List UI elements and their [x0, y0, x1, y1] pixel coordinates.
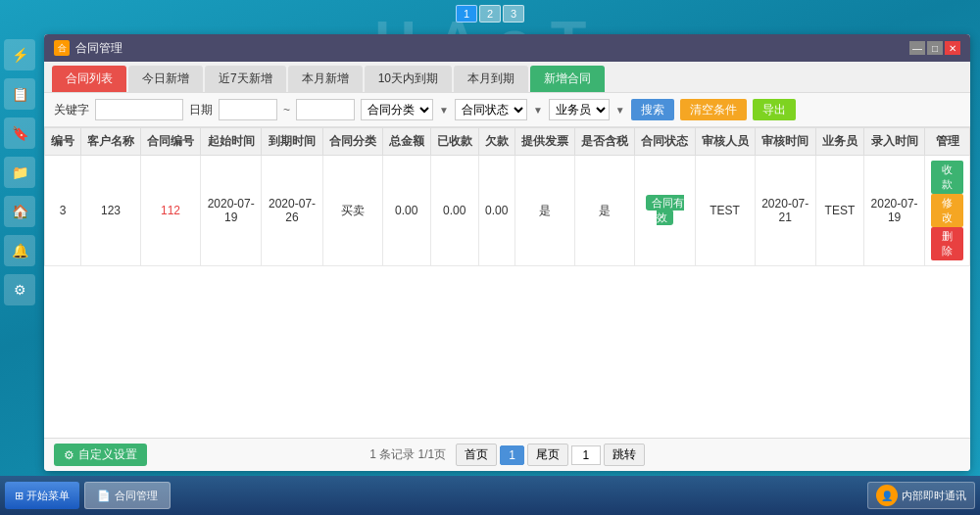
col-header-category: 合同分类 [322, 128, 382, 156]
start-menu-button[interactable]: ⊞ 开始菜单 [5, 482, 79, 509]
col-header-received: 已收款 [430, 128, 478, 156]
cell-reviewer: TEST [695, 156, 755, 266]
close-button[interactable]: ✕ [945, 41, 960, 55]
keyword-input[interactable] [95, 99, 183, 120]
top-page-2[interactable]: 2 [479, 5, 501, 23]
taskbar-right: 👤 内部即时通讯 [867, 482, 975, 509]
avatar: 👤 [876, 485, 898, 506]
col-header-reviewer: 审核人员 [695, 128, 755, 156]
window-app-icon: 合 [54, 40, 70, 56]
sidebar-icon-2[interactable]: 📋 [4, 78, 35, 110]
pagination-controls: 首页 1 尾页 跳转 [456, 444, 645, 466]
app-label: 合同管理 [115, 489, 158, 503]
date-separator: ~ [283, 103, 290, 117]
table-row: 3 123 112 2020-07-19 2020-07-26 买卖 0.00 … [45, 156, 970, 266]
sidebar-icon-5[interactable]: 🏠 [4, 196, 35, 227]
tabs-row: 合同列表 今日新增 近7天新增 本月新增 10天内到期 本月到期 新增合同 [44, 62, 970, 93]
sidebar-icon-4[interactable]: 📁 [4, 157, 35, 188]
contract-link[interactable]: 112 [161, 204, 180, 217]
edit-button[interactable]: 修改 [931, 194, 963, 227]
cell-actions: 收款 修改 删除 [925, 156, 970, 266]
window-controls: — □ ✕ [909, 41, 960, 55]
main-window: 合 合同管理 — □ ✕ 合同列表 今日新增 近7天新增 本月新增 10天内到期… [44, 34, 970, 471]
sidebar-icon-1[interactable]: ⚡ [4, 39, 35, 70]
search-button[interactable]: 搜索 [631, 99, 674, 120]
col-header-contract-no: 合同编号 [141, 128, 201, 156]
taskbar-app-contract[interactable]: 📄 合同管理 [84, 482, 171, 509]
top-page-1[interactable]: 1 [456, 5, 477, 23]
cell-entry-date: 2020-07-19 [863, 156, 924, 266]
cell-status: 合同有效 [634, 156, 695, 266]
tab-today-new[interactable]: 今日新增 [128, 66, 203, 92]
col-header-customer: 客户名称 [81, 128, 141, 156]
top-page-3[interactable]: 3 [503, 5, 524, 23]
status-badge: 合同有效 [646, 195, 684, 225]
cell-contract-no[interactable]: 112 [141, 156, 201, 266]
tab-10day-expire[interactable]: 10天内到期 [365, 66, 452, 92]
collect-button[interactable]: 收款 [931, 161, 963, 194]
page-jump-input[interactable] [571, 445, 601, 465]
table-container: 编号 客户名称 合同编号 起始时间 到期时间 合同分类 总金额 已收款 欠款 提… [44, 127, 970, 438]
cell-staff: TEST [815, 156, 863, 266]
cell-total: 0.00 [382, 156, 430, 266]
keyword-label: 关键字 [54, 102, 89, 118]
col-header-owed: 欠款 [478, 128, 514, 156]
app-icon: 📄 [97, 490, 111, 502]
tab-contract-list[interactable]: 合同列表 [52, 66, 126, 92]
custom-settings-label: 自定义设置 [78, 446, 137, 463]
cell-review-date: 2020-07-21 [755, 156, 815, 266]
first-page-button[interactable]: 首页 [456, 444, 497, 466]
im-label: 内部即时通讯 [902, 489, 966, 503]
maximize-button[interactable]: □ [927, 41, 943, 55]
tab-7day-new[interactable]: 近7天新增 [205, 66, 286, 92]
staff-select[interactable]: 业务员 TEST [549, 99, 610, 120]
col-header-end-date: 到期时间 [262, 128, 322, 156]
start-icon: ⊞ [15, 490, 24, 501]
contract-table: 编号 客户名称 合同编号 起始时间 到期时间 合同分类 总金额 已收款 欠款 提… [44, 127, 970, 266]
col-header-staff: 业务员 [815, 128, 863, 156]
window-titlebar: 合 合同管理 — □ ✕ [44, 34, 970, 62]
delete-button[interactable]: 删除 [931, 227, 963, 260]
cell-id: 3 [45, 156, 81, 266]
clear-button[interactable]: 清空条件 [680, 99, 747, 120]
cell-end-date: 2020-07-26 [262, 156, 322, 266]
col-header-id: 编号 [45, 128, 81, 156]
last-page-button[interactable]: 尾页 [527, 444, 568, 466]
current-page-button[interactable]: 1 [500, 445, 524, 465]
col-header-review-date: 审核时间 [755, 128, 815, 156]
cell-owed: 0.00 [478, 156, 514, 266]
col-header-entry-date: 录入时间 [863, 128, 924, 156]
minimize-button[interactable]: — [909, 41, 925, 55]
tab-month-new[interactable]: 本月新增 [288, 66, 363, 92]
cell-category: 买卖 [322, 156, 382, 266]
col-header-status: 合同状态 [634, 128, 695, 156]
contract-status-select[interactable]: 合同状态 合同有效 已终止 [455, 99, 527, 120]
window-title: 合同管理 [75, 40, 909, 57]
settings-icon: ⚙ [64, 448, 74, 462]
im-button[interactable]: 👤 内部即时通讯 [867, 482, 975, 509]
pagination-info: 1 条记录 1/1页 [369, 446, 446, 463]
cell-tax: 是 [574, 156, 634, 266]
date-start-input[interactable] [219, 99, 277, 120]
taskbar: ⊞ 开始菜单 📄 合同管理 👤 内部即时通讯 [0, 476, 980, 515]
filter-row: 关键字 日期 ~ 合同分类 买卖 服务 ▼ 合同状态 合同有效 已终止 ▼ 业务… [44, 93, 970, 127]
cell-customer: 123 [81, 156, 141, 266]
date-end-input[interactable] [296, 99, 355, 120]
export-button[interactable]: 导出 [753, 99, 796, 120]
desktop: HAsT 1 2 3 爱创出版社 ⚡ 📋 🔖 📁 🏠 🔔 ⚙ 合 合同管理 — … [0, 0, 980, 515]
tab-month-expire[interactable]: 本月到期 [454, 66, 528, 92]
sidebar-icon-6[interactable]: 🔔 [4, 235, 35, 266]
sidebar-icon-7[interactable]: ⚙ [4, 274, 35, 305]
bottom-bar: ⚙ 自定义设置 1 条记录 1/1页 首页 1 尾页 跳转 [44, 438, 970, 471]
start-label: 开始菜单 [26, 490, 70, 501]
contract-type-select[interactable]: 合同分类 买卖 服务 [361, 99, 433, 120]
sidebar-icon-3[interactable]: 🔖 [4, 117, 35, 149]
tab-new-contract[interactable]: 新增合同 [530, 66, 605, 92]
cell-start-date: 2020-07-19 [201, 156, 262, 266]
go-button[interactable]: 跳转 [604, 444, 645, 466]
top-pagination: 1 2 3 [456, 5, 524, 23]
cell-received: 0.00 [430, 156, 478, 266]
col-header-total: 总金额 [382, 128, 430, 156]
custom-settings-button[interactable]: ⚙ 自定义设置 [54, 444, 147, 466]
sidebar: ⚡ 📋 🔖 📁 🏠 🔔 ⚙ [0, 29, 39, 476]
